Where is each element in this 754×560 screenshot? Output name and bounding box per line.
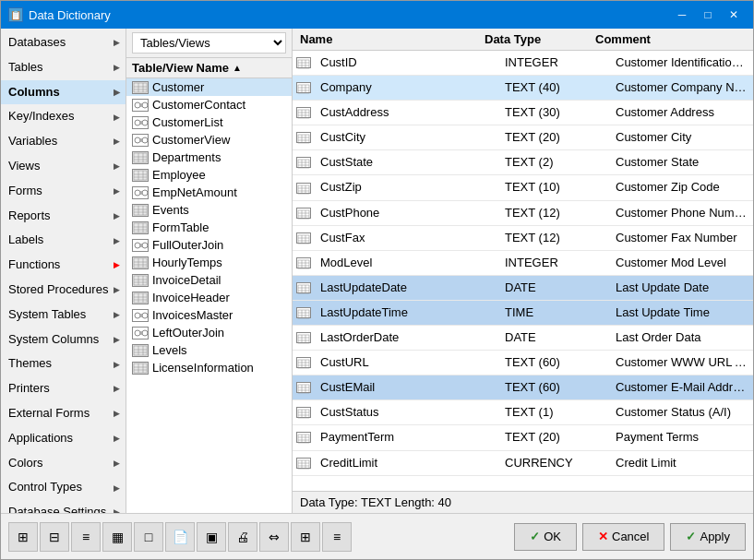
table-row[interactable]: LastOrderDateDATELast Order Data [293, 326, 753, 351]
table-list-item[interactable]: LeftOuterJoin [126, 324, 292, 341]
table-list-item[interactable]: FullOuterJoin [126, 236, 292, 254]
table-list-item[interactable]: EmpNetAmount [126, 184, 292, 201]
close-button[interactable]: ✕ [722, 6, 746, 24]
table-row[interactable]: CustAddressTEXT (30)Customer Address [293, 101, 753, 125]
toolbar-btn-3[interactable]: ≡ [71, 522, 101, 552]
table-row[interactable]: CustFaxTEXT (12)Customer Fax Number [293, 226, 753, 251]
table-row[interactable]: PaymentTermTEXT (20)Payment Terms [293, 425, 753, 450]
sidebar-item-stored-procedures[interactable]: Stored Procedures▶ [1, 278, 126, 303]
right-panel: Name Data Type Comment CustIDINTEGERCust… [293, 29, 753, 513]
table-name-label: Employee [152, 168, 206, 182]
table-list-item[interactable]: InvoiceHeader [126, 289, 292, 306]
sidebar-item-key/indexes[interactable]: Key/Indexes▶ [1, 104, 126, 129]
table-list-item[interactable]: FormTable [126, 219, 292, 236]
sidebar-item-colors[interactable]: Colors▶ [1, 451, 126, 476]
col-datatype-cell: TEXT (20) [499, 425, 610, 449]
sidebar-item-variables[interactable]: Variables▶ [1, 129, 126, 154]
svg-point-39 [139, 244, 143, 247]
columns-header: Name Data Type Comment [293, 29, 753, 51]
col-datatype-cell: DATE [499, 276, 610, 300]
toolbar-btn-10[interactable]: ⊞ [291, 522, 320, 552]
svg-rect-45 [134, 276, 147, 285]
svg-point-10 [139, 121, 143, 125]
toolbar-btn-2[interactable]: ⊟ [40, 522, 69, 552]
table-row[interactable]: CustStateTEXT (2)Customer State [293, 150, 753, 175]
sidebar-item-forms[interactable]: Forms▶ [1, 179, 126, 204]
table-row[interactable]: CustIDINTEGERCustomer Identification Num… [293, 51, 753, 76]
toolbar-btn-7[interactable]: ▣ [197, 522, 226, 552]
row-col-icon [293, 380, 315, 395]
cancel-button[interactable]: ✕ Cancel [582, 523, 664, 551]
table-list-item[interactable]: CustomerContact [126, 96, 292, 113]
sidebar-item-system-columns[interactable]: System Columns▶ [1, 328, 126, 352]
sidebar-item-external-forms[interactable]: External Forms▶ [1, 401, 126, 426]
table-grid-icon [132, 204, 149, 217]
sidebar-item-label: Printers [8, 379, 50, 399]
col-name-cell: CustAddress [315, 101, 499, 125]
sidebar-item-tables[interactable]: Tables▶ [1, 55, 126, 80]
table-column-header: Table/View Name ▲ [126, 58, 292, 78]
sidebar-item-printers[interactable]: Printers▶ [1, 376, 126, 401]
table-list-item[interactable]: Events [126, 201, 292, 219]
table-row[interactable]: CustURLTEXT (60)Customer WWW URL Address [293, 351, 753, 375]
sidebar-arrow-icon: ▶ [114, 482, 120, 494]
toolbar-btn-11[interactable]: ≡ [322, 522, 352, 552]
table-list-item[interactable]: Departments [126, 149, 292, 166]
minimize-button[interactable]: ─ [670, 6, 694, 24]
table-list-item[interactable]: CustomerView [126, 131, 292, 149]
toolbar-btn-1[interactable]: ⊞ [8, 522, 38, 552]
sidebar-item-columns[interactable]: Columns▶ [1, 80, 126, 105]
table-list-item[interactable]: Customer [126, 78, 292, 96]
table-row[interactable]: CustCityTEXT (20)Customer City [293, 125, 753, 150]
toolbar-btn-4[interactable]: ▦ [102, 522, 132, 552]
table-row[interactable]: CustEMailTEXT (60)Customer E-Mail Addres… [293, 375, 753, 400]
table-view-icon [132, 327, 149, 340]
sidebar-arrow-icon: ▶ [114, 111, 120, 124]
data-table: CustIDINTEGERCustomer Identification Num… [293, 51, 753, 491]
table-grid-icon [132, 292, 149, 304]
apply-button[interactable]: ✓ Apply [670, 523, 746, 551]
row-col-icon [293, 80, 315, 95]
col-datatype-header: Data Type [485, 32, 595, 46]
svg-rect-131 [298, 360, 309, 368]
svg-rect-111 [298, 260, 309, 268]
col-datatype-cell: TIME [499, 301, 610, 325]
maximize-button[interactable]: □ [696, 6, 720, 24]
ok-button[interactable]: ✓ OK [514, 523, 577, 551]
sidebar-item-reports[interactable]: Reports▶ [1, 204, 126, 229]
sidebar-item-control-types[interactable]: Control Types▶ [1, 475, 126, 500]
table-list-item[interactable]: HourlyTemps [126, 254, 292, 271]
table-row[interactable]: CreditLimitCURRENCYCredit Limit [293, 451, 753, 476]
toolbar-btn-6[interactable]: 📄 [165, 522, 195, 552]
sidebar-item-database-settings[interactable]: Database Settings▶ [1, 500, 126, 513]
toolbar-btn-5[interactable]: □ [134, 522, 163, 552]
table-row[interactable]: CompanyTEXT (40)Customer Company Name [293, 76, 753, 101]
sidebar-item-themes[interactable]: Themes▶ [1, 351, 126, 376]
sidebar-item-label: External Forms [8, 404, 90, 423]
table-row[interactable]: LastUpdateDateDATELast Update Date [293, 276, 753, 301]
table-row[interactable]: CustStatusTEXT (1)Customer Status (A/I) [293, 400, 753, 425]
title-bar: 📋 Data Dictionary ─ □ ✕ [1, 1, 753, 29]
table-row[interactable]: CustPhoneTEXT (12)Customer Phone Number [293, 201, 753, 226]
tables-views-dropdown[interactable]: Tables/Views [132, 32, 286, 54]
table-list-item[interactable]: Employee [126, 166, 292, 184]
sidebar-item-functions[interactable]: Functions▶ [1, 253, 126, 278]
col-comment-cell: Customer Company Name [610, 76, 753, 100]
table-list-item[interactable]: InvoiceDetail [126, 271, 292, 289]
table-list-item[interactable]: Levels [126, 341, 292, 359]
sidebar-item-system-tables[interactable]: System Tables▶ [1, 303, 126, 328]
table-list-item[interactable]: InvoicesMaster [126, 306, 292, 324]
svg-rect-32 [134, 223, 147, 232]
table-list-item[interactable]: LicenseInformation [126, 359, 292, 376]
table-list-item[interactable]: CustomerList [126, 113, 292, 131]
table-row[interactable]: ModLevelINTEGERCustomer Mod Level [293, 251, 753, 276]
table-row[interactable]: LastUpdateTimeTIMELast Update Time [293, 301, 753, 326]
toolbar-btn-9[interactable]: ⇔ [259, 522, 289, 552]
sidebar-item-databases[interactable]: Databases▶ [1, 30, 126, 55]
sidebar-arrow-icon: ▶ [114, 358, 120, 371]
sidebar-item-views[interactable]: Views▶ [1, 154, 126, 179]
sidebar-item-applications[interactable]: Applications▶ [1, 426, 126, 451]
toolbar-btn-8[interactable]: 🖨 [228, 522, 257, 552]
sidebar-item-labels[interactable]: Labels▶ [1, 228, 126, 253]
table-row[interactable]: CustZipTEXT (10)Customer Zip Code [293, 175, 753, 200]
